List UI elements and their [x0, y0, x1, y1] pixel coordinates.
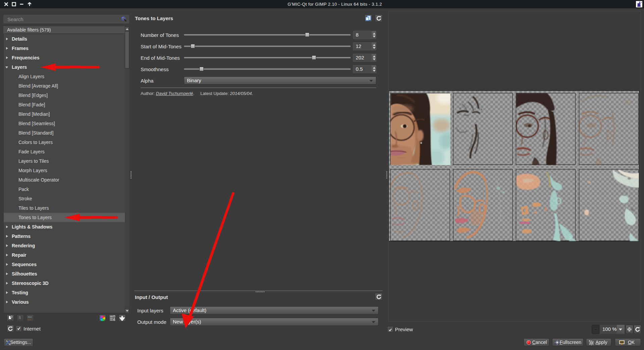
svg-text:Abc: Abc — [28, 316, 32, 318]
svg-text:Def: Def — [28, 318, 32, 321]
